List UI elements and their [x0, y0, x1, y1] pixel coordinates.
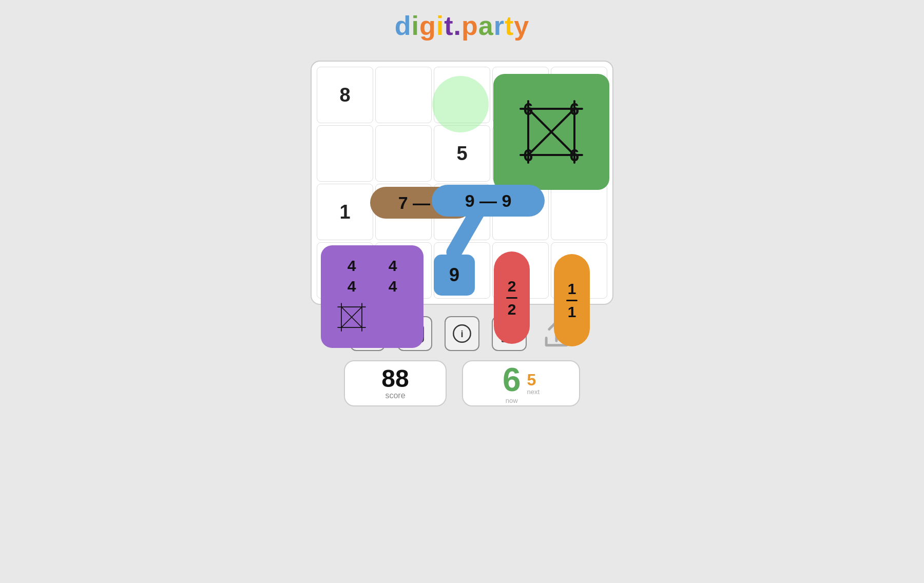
- cell-1-1[interactable]: [375, 125, 432, 182]
- next-value: 5: [527, 372, 536, 388]
- score-value: 88: [381, 366, 409, 391]
- green-highlight: [432, 76, 489, 132]
- group-blue[interactable]: 9 — 9: [432, 185, 545, 217]
- purple-corner-br: 4: [372, 276, 413, 297]
- orange-line: [566, 300, 578, 301]
- cell-1-2[interactable]: 5: [434, 125, 490, 182]
- group-red[interactable]: 2 2: [494, 251, 530, 344]
- game-container: digit.party 8 5 1 3: [311, 10, 613, 406]
- cell-0-0[interactable]: 8: [317, 67, 373, 123]
- purple-corner-tr: 4: [372, 256, 413, 276]
- now-value: 6: [503, 363, 521, 396]
- next-info: 5 next: [527, 372, 540, 396]
- grid-wrapper: 8 5 1 3: [311, 61, 613, 305]
- next-box: 6 now 5 next: [462, 360, 580, 406]
- now-column: 6 now: [503, 363, 521, 404]
- purple-lines: [331, 297, 372, 338]
- group-green-inner: 6 6 6 6: [505, 86, 598, 178]
- purple-corner-tl: 4: [331, 256, 372, 276]
- red-top: 2: [508, 278, 516, 295]
- page-title: digit.party: [395, 10, 529, 41]
- score-box: 88 score: [344, 360, 447, 406]
- now-label: now: [506, 397, 518, 404]
- info-button[interactable]: i: [445, 316, 479, 351]
- bottom-row: 88 score 6 now 5 next: [344, 360, 580, 406]
- orange-bottom: 1: [568, 303, 576, 321]
- group-orange[interactable]: 1 1: [554, 254, 590, 346]
- cell-1-0[interactable]: [317, 125, 373, 182]
- svg-text:i: i: [460, 328, 463, 339]
- group-purple[interactable]: 4 4 4 4: [321, 245, 424, 348]
- group-blue-single[interactable]: 9: [434, 255, 475, 296]
- group-green[interactable]: 6 6 6 6: [493, 74, 609, 190]
- orange-top: 1: [568, 280, 576, 298]
- blue-text: 9 — 9: [465, 191, 512, 211]
- cell-2-4[interactable]: [551, 184, 607, 240]
- cell-2-0[interactable]: 1: [317, 184, 373, 240]
- red-line: [506, 297, 517, 299]
- red-bottom: 2: [508, 301, 516, 318]
- score-label: score: [385, 391, 405, 400]
- green-lines: [505, 86, 598, 178]
- cell-0-1[interactable]: [375, 67, 432, 123]
- next-label: next: [527, 388, 540, 396]
- blue-single-text: 9: [449, 264, 459, 286]
- info-icon: i: [452, 323, 472, 344]
- purple-corner-bl: 4: [331, 276, 372, 297]
- game-grid[interactable]: 8 5 1 3: [317, 67, 607, 299]
- group-purple-inner: 4 4 4 4: [331, 256, 413, 338]
